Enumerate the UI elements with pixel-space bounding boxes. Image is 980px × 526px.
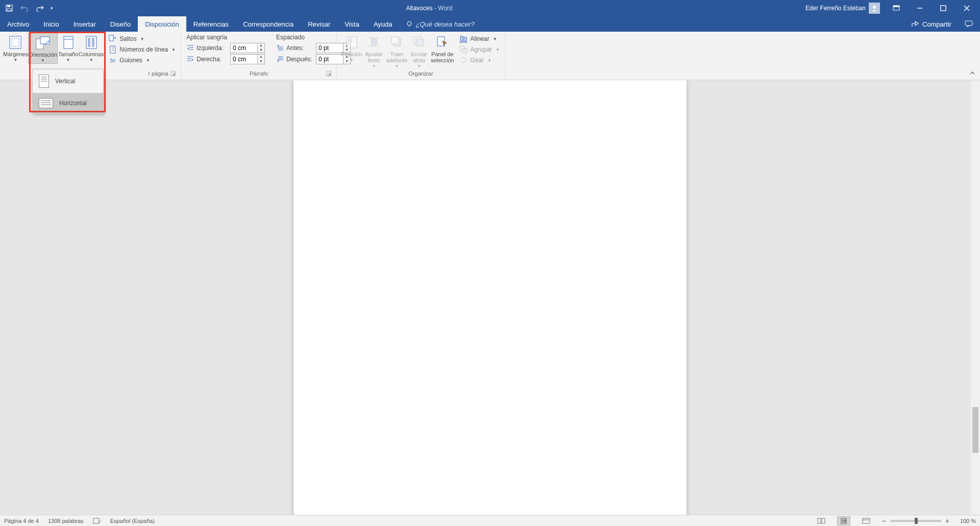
selection-pane-icon	[434, 35, 451, 50]
zoom-in-button[interactable]: +	[945, 517, 949, 525]
svg-rect-42	[348, 38, 352, 42]
align-icon	[459, 35, 468, 43]
align-button[interactable]: Alinear▼	[457, 34, 502, 43]
margins-button[interactable]: Márgenes ▼	[3, 33, 28, 63]
comments-button[interactable]	[958, 16, 980, 32]
account-button[interactable]: Eder Ferreño Esteban	[801, 3, 884, 14]
title-right: Eder Ferreño Esteban	[801, 0, 980, 16]
dialog-launcher[interactable]	[170, 71, 177, 77]
ribbon-tabs: ArchivoInicioInsertarDiseñoDisposiciónRe…	[0, 16, 980, 32]
svg-rect-49	[416, 39, 423, 46]
tab-archivo[interactable]: Archivo	[0, 16, 36, 32]
group-button[interactable]: Agrupar▼	[457, 45, 502, 54]
send-backward-icon	[411, 35, 427, 50]
tell-me[interactable]: ¿Qué desea hacer?	[400, 16, 481, 32]
group-label: Agrupar	[470, 46, 492, 53]
spacing-after-label: Después:	[286, 56, 314, 63]
svg-rect-22	[109, 35, 113, 41]
svg-rect-43	[372, 39, 377, 44]
maximize-button[interactable]	[932, 0, 954, 16]
breaks-button[interactable]: Saltos▼	[107, 34, 178, 43]
svg-rect-20	[88, 38, 90, 47]
view-web-layout[interactable]	[860, 516, 873, 525]
breaks-label: Saltos	[119, 35, 136, 42]
line-numbers-label: Números de línea	[119, 46, 168, 53]
tab-revisar[interactable]: Revisar	[301, 16, 337, 32]
wrap-text-button[interactable]: Ajustar texto▼	[363, 33, 385, 69]
qat-customize[interactable]: ▾	[48, 1, 55, 15]
svg-point-10	[407, 21, 411, 26]
group-icon	[459, 45, 468, 54]
spinner-up[interactable]: ▲	[258, 43, 264, 48]
tab-correspondencia[interactable]: Correspondencia	[236, 16, 301, 32]
spinner-down[interactable]: ▼	[258, 48, 264, 53]
tab-inicio[interactable]: Inicio	[36, 16, 66, 32]
chevron-down-icon: ▼	[14, 58, 18, 63]
indent-left-input[interactable]: ▲▼	[230, 43, 265, 53]
status-word-count[interactable]: 1308 palabras	[48, 518, 84, 524]
margins-label: Márgenes	[3, 51, 28, 57]
view-print-layout[interactable]	[837, 516, 850, 525]
spinner-up[interactable]: ▲	[258, 55, 264, 59]
indent-left-value[interactable]	[231, 43, 257, 53]
view-read-mode[interactable]	[815, 516, 828, 525]
dialog-launcher[interactable]	[326, 71, 332, 77]
lightbulb-icon	[406, 20, 413, 28]
hyphenation-button[interactable]: bc Guiones▼	[107, 56, 178, 65]
undo-button[interactable]	[17, 1, 32, 15]
ribbon-display-options[interactable]	[885, 0, 908, 16]
document-area[interactable]	[0, 80, 980, 515]
bring-forward-button[interactable]: Traer adelante▼	[385, 33, 409, 69]
minimize-button[interactable]	[909, 0, 931, 16]
group-label-arrange: Organizar	[340, 70, 502, 80]
line-numbers-button[interactable]: Números de línea▼	[107, 45, 178, 54]
orientation-button[interactable]: Orientación ▼	[28, 33, 58, 64]
tab-diseño[interactable]: Diseño	[103, 16, 138, 32]
tab-disposición[interactable]: Disposición	[138, 16, 186, 32]
vertical-scrollbar[interactable]	[971, 80, 980, 515]
status-language[interactable]: Español (España)	[110, 518, 155, 524]
columns-icon	[83, 35, 100, 50]
tab-ayuda[interactable]: Ayuda	[366, 16, 400, 32]
orientation-horizontal[interactable]: Horizontal	[33, 93, 103, 113]
columns-label: Columnas	[79, 51, 104, 57]
rotate-button[interactable]: Girar▼	[457, 56, 502, 65]
tab-vista[interactable]: Vista	[337, 16, 366, 32]
selection-pane-button[interactable]: Panel de selección	[429, 33, 455, 63]
app-name: Word	[438, 5, 452, 12]
zoom-slider[interactable]	[890, 520, 941, 522]
share-button[interactable]: Compartir	[905, 16, 958, 32]
collapse-ribbon-button[interactable]	[969, 69, 977, 78]
spinner-down[interactable]: ▼	[258, 59, 264, 64]
indent-right-icon	[186, 55, 194, 63]
hyphenation-label: Guiones	[119, 57, 142, 64]
zoom-out-button[interactable]: −	[882, 517, 886, 525]
scrollbar-thumb[interactable]	[972, 407, 978, 453]
zoom-slider-thumb[interactable]	[915, 518, 918, 524]
indent-right-input[interactable]: ▲▼	[230, 54, 265, 64]
tab-referencias[interactable]: Referencias	[186, 16, 236, 32]
group-arrange: Posición▼ Ajustar texto▼ Traer adelante▼…	[337, 32, 505, 80]
status-page[interactable]: Página 4 de 4	[4, 518, 39, 524]
indent-right-value[interactable]	[231, 55, 257, 64]
zoom-level[interactable]: 100 %	[953, 518, 976, 524]
tab-insertar[interactable]: Insertar	[66, 16, 103, 32]
spacing-after-icon	[276, 55, 284, 63]
orientation-dropdown: Vertical Horizontal	[32, 69, 104, 114]
redo-button[interactable]	[33, 1, 47, 15]
close-button[interactable]	[955, 0, 978, 16]
document-page[interactable]	[293, 80, 687, 515]
save-button[interactable]	[2, 1, 16, 15]
svg-rect-23	[110, 46, 115, 53]
columns-button[interactable]: Columnas ▼	[79, 33, 104, 63]
position-button[interactable]: Posición▼	[340, 33, 363, 63]
send-backward-button[interactable]: Enviar atrás▼	[409, 33, 429, 69]
title-separator: -	[432, 5, 438, 12]
orientation-label: Orientación	[29, 52, 57, 58]
title-bar: ▾ Altavoces - Word Eder Ferreño Esteban	[0, 0, 980, 16]
proofing-icon[interactable]	[93, 517, 101, 524]
orientation-vertical[interactable]: Vertical	[33, 69, 103, 93]
svg-rect-7	[941, 6, 946, 11]
size-button[interactable]: Tamaño ▼	[58, 33, 79, 63]
svg-rect-2	[7, 9, 11, 11]
